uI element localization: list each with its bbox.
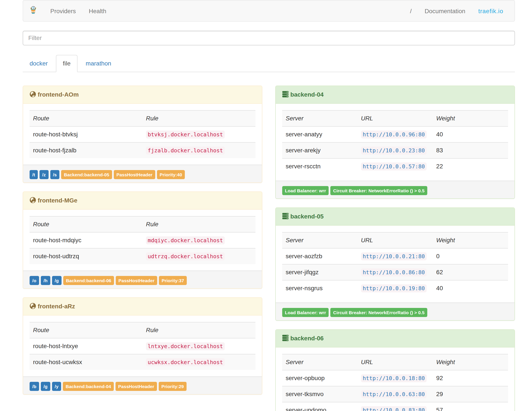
column-header: Weight <box>436 237 455 244</box>
server-weight: 83 <box>433 142 508 158</box>
navbar-brand[interactable] <box>23 0 44 21</box>
server-row: server-aozfzb http://10.0.0.21:80 0 <box>282 248 508 264</box>
route-rule: udtrzq.docker.localhost <box>146 252 225 260</box>
column-header: Route <box>33 327 49 333</box>
column-header: Server <box>286 237 303 244</box>
nav-link-slash[interactable]: / <box>404 0 418 22</box>
route-row: route-host-fjzalb fjzalb.docker.localhos… <box>29 142 256 158</box>
server-name: server-anatyy <box>282 127 358 142</box>
nav-link-providers[interactable]: Providers <box>44 0 82 22</box>
entrypoint-badge: /s <box>50 170 60 179</box>
column-header: URL <box>361 359 373 365</box>
nav-link-documentation[interactable]: Documentation <box>418 0 472 22</box>
server-row: server-nsgrus http://10.0.0.19:80 40 <box>282 280 508 296</box>
nav-link-health[interactable]: Health <box>82 0 113 22</box>
column-header: Route <box>33 221 49 227</box>
backend-badge: Backend:backend-05 <box>61 170 112 179</box>
server-name: server-aozfzb <box>282 248 358 264</box>
server-icon <box>282 213 290 220</box>
route-rule: btvksj.docker.localhost <box>146 130 225 138</box>
entrypoint-badge: /g <box>41 382 50 391</box>
entrypoint-badge: /b <box>29 382 39 391</box>
frontend-panel-heading: frontend-MGe <box>23 192 262 210</box>
backend-panel-heading: backend-05 <box>276 208 514 225</box>
backend-panel: backend-06 Server URL Weight server-opbu… <box>275 329 515 411</box>
column-header: Rule <box>146 115 159 122</box>
server-row: server-anatyy http://10.0.0.96:80 40 <box>282 127 508 142</box>
server-row: server-tksmvo http://10.0.0.63:80 29 <box>282 386 508 402</box>
server-url-link[interactable]: http://10.0.0.21:80 <box>361 253 427 260</box>
route-row: route-host-btvksj btvksj.docker.localhos… <box>29 127 256 142</box>
frontend-panel-footer: /b /g /y Backend:backend-04 PassHostHead… <box>23 376 262 394</box>
server-url-link[interactable]: http://10.0.0.63:80 <box>361 391 427 397</box>
entrypoint-badge: /t <box>29 170 38 179</box>
backend-badge: Backend:backend-04 <box>63 382 114 391</box>
frontend-panel: frontend-AOm Route Rule route-host-btvks… <box>23 86 262 183</box>
server-url-link[interactable]: http://10.0.0.57:80 <box>361 163 427 170</box>
circuit-breaker-badge: Circuit Breaker: NetworkErrorRatio () > … <box>330 308 427 317</box>
frontend-panel: frontend-MGe Route Rule route-host-mdqiy… <box>23 191 262 289</box>
server-row: server-jifqgz http://10.0.0.86:80 62 <box>282 264 508 280</box>
server-url-link[interactable]: http://10.0.0.96:80 <box>361 131 427 138</box>
tab-marathon[interactable]: marathon <box>79 55 118 72</box>
traefik-gopher-logo-icon <box>30 6 37 14</box>
server-weight: 22 <box>433 158 508 174</box>
route-rule: mdqiyc.docker.localhost <box>146 236 225 245</box>
circuit-breaker-badge: Circuit Breaker: NetworkErrorRatio () > … <box>330 186 427 195</box>
passhostheader-badge: PassHostHeader <box>114 170 155 179</box>
backend-panel-footer: Load Balancer: wrr Circuit Breaker: Netw… <box>276 181 514 198</box>
column-header: Route <box>33 115 49 122</box>
server-row: server-arekjy http://10.0.0.23:80 83 <box>282 142 508 158</box>
server-name: server-rscctn <box>282 158 358 174</box>
route-name: route-host-btvksj <box>29 127 142 142</box>
server-url-link[interactable]: http://10.0.0.18:80 <box>361 375 427 382</box>
backend-panel: backend-05 Server URL Weight server-aozf… <box>275 207 515 321</box>
backend-panel-heading: backend-04 <box>276 86 514 104</box>
route-name: route-host-udtrzq <box>29 248 142 264</box>
frontend-panel-title: frontend-MGe <box>38 197 77 204</box>
entrypoint-badge: /h <box>41 276 50 285</box>
navbar-nav-right: / Documentation traefik.io <box>404 0 514 21</box>
server-row: server-rscctn http://10.0.0.57:80 22 <box>282 158 508 174</box>
column-header: URL <box>361 237 373 244</box>
column-header: Rule <box>146 327 159 333</box>
server-url-link[interactable]: http://10.0.0.19:80 <box>361 285 427 292</box>
backend-panel-title: backend-05 <box>290 213 324 220</box>
server-weight: 92 <box>433 370 508 386</box>
column-header: Rule <box>146 221 159 227</box>
nav-link-traefik-io[interactable]: traefik.io <box>472 0 510 22</box>
entrypoint-badge: /o <box>29 276 39 285</box>
frontend-panel-title: frontend-AOm <box>38 91 79 98</box>
navbar: Providers Health / Documentation traefik… <box>23 0 515 22</box>
tab-file[interactable]: file <box>56 55 77 72</box>
route-rule: lntxye.docker.localhost <box>146 342 225 350</box>
navbar-nav-left: Providers Health <box>44 0 113 21</box>
route-name: route-host-lntxye <box>29 338 142 354</box>
column-header: Weight <box>436 359 455 365</box>
server-name: server-opbuop <box>282 370 358 386</box>
tab-docker[interactable]: docker <box>23 55 55 72</box>
table-header-row: Server URL Weight <box>282 110 508 127</box>
server-weight: 0 <box>433 248 508 264</box>
globe-icon <box>29 197 38 204</box>
server-weight: 62 <box>433 264 508 280</box>
servers-table: Server URL Weight server-anatyy http://1… <box>282 110 508 174</box>
entrypoint-badge: /y <box>52 382 61 391</box>
frontend-panel-footer: /t /z /s Backend:backend-05 PassHostHead… <box>23 165 262 182</box>
priority-badge: Priority:29 <box>159 382 187 391</box>
server-row: server-updomo http://10.0.0.83:80 57 <box>282 402 508 411</box>
load-balancer-badge: Load Balancer: wrr <box>282 308 329 317</box>
server-url-link[interactable]: http://10.0.0.83:80 <box>361 407 427 411</box>
server-name: server-updomo <box>282 402 358 411</box>
routes-table: Route Rule route-host-btvksj btvksj.dock… <box>29 110 256 158</box>
backend-panel-footer: Load Balancer: wrr Circuit Breaker: Netw… <box>276 303 514 320</box>
column-header: URL <box>361 115 373 122</box>
server-url-link[interactable]: http://10.0.0.86:80 <box>361 269 427 275</box>
route-row: route-host-mdqiyc mdqiyc.docker.localhos… <box>29 232 256 248</box>
route-rule: fjzalb.docker.localhost <box>146 147 225 155</box>
load-balancer-badge: Load Balancer: wrr <box>282 186 329 195</box>
filter-input[interactable] <box>23 31 515 45</box>
server-url-link[interactable]: http://10.0.0.23:80 <box>361 147 427 154</box>
table-header-row: Route Rule <box>29 322 256 338</box>
column-header: Server <box>286 359 303 365</box>
